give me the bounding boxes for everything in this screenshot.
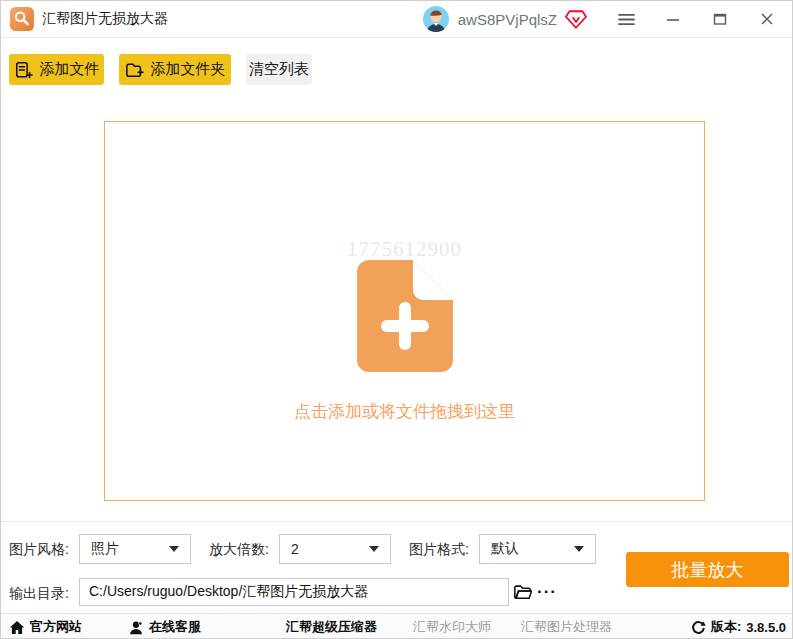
version-label: 版本: — [711, 618, 741, 636]
chevron-down-icon — [574, 546, 584, 552]
official-site-label: 官方网站 — [30, 618, 82, 636]
browse-more-button[interactable]: ··· — [537, 578, 557, 606]
menu-button[interactable] — [609, 4, 643, 34]
scale-select[interactable]: 2 — [279, 534, 391, 564]
output-dir-input[interactable] — [79, 578, 509, 606]
version-area[interactable]: 版本: 3.8.5.0 — [691, 618, 786, 636]
folder-plus-icon — [125, 61, 144, 79]
app-logo-icon — [10, 7, 34, 31]
maximize-button[interactable] — [703, 4, 737, 34]
orange-file-plus-icon — [357, 260, 453, 372]
chevron-down-icon — [369, 546, 379, 552]
drop-hint-text: 点击添加或将文件拖拽到这里 — [294, 400, 515, 423]
username[interactable]: awS8PVjPqlsZ — [458, 11, 557, 28]
scale-label: 放大倍数: — [209, 541, 269, 559]
style-value: 照片 — [91, 540, 119, 558]
user-avatar[interactable] — [423, 6, 449, 32]
app-title: 汇帮图片无损放大器 — [42, 10, 168, 28]
version-value: 3.8.5.0 — [746, 620, 786, 635]
minimize-button[interactable] — [656, 4, 690, 34]
chevron-down-icon — [169, 546, 179, 552]
online-service-label: 在线客服 — [149, 618, 201, 636]
open-folder-icon[interactable] — [513, 583, 532, 601]
format-select[interactable]: 默认 — [479, 534, 596, 564]
close-button[interactable] — [750, 4, 784, 34]
titlebar: 汇帮图片无损放大器 awS8PVjPqlsZ — [1, 1, 793, 38]
clear-list-button[interactable]: 清空列表 — [246, 54, 312, 85]
batch-enlarge-button[interactable]: 批量放大 — [626, 552, 789, 587]
product-link-watermark[interactable]: 汇帮水印大师 — [413, 618, 491, 636]
document-plus-icon — [14, 61, 33, 79]
format-label: 图片格式: — [409, 541, 469, 559]
add-file-button[interactable]: 添加文件 — [9, 54, 104, 85]
panel-divider — [1, 521, 793, 522]
style-select[interactable]: 照片 — [79, 534, 191, 564]
product-link-compressor[interactable]: 汇帮超级压缩器 — [286, 618, 377, 636]
footer: 官方网站 在线客服 汇帮超级压缩器 汇帮水印大师 汇帮图片处理器 版本: 3.8… — [1, 613, 793, 639]
official-site-link[interactable]: 官方网站 — [9, 618, 82, 636]
product-link-processor[interactable]: 汇帮图片处理器 — [521, 618, 612, 636]
watermark-text: 1775612900 — [347, 240, 462, 258]
house-icon — [9, 620, 25, 635]
clear-list-label: 清空列表 — [249, 60, 309, 79]
add-folder-label: 添加文件夹 — [151, 60, 226, 79]
online-service-link[interactable]: 在线客服 — [128, 618, 201, 636]
format-value: 默认 — [491, 540, 519, 558]
titlebar-right: awS8PVjPqlsZ — [423, 4, 784, 34]
scale-value: 2 — [291, 541, 299, 557]
add-folder-button[interactable]: 添加文件夹 — [119, 54, 231, 85]
vip-badge-icon[interactable] — [565, 9, 587, 30]
style-label: 图片风格: — [9, 541, 69, 559]
output-dir-label: 输出目录: — [9, 585, 69, 603]
add-file-label: 添加文件 — [40, 60, 100, 79]
refresh-icon — [691, 620, 706, 635]
file-drop-zone[interactable]: 1775612900 点击添加或将文件拖拽到这里 — [104, 121, 705, 501]
person-icon — [128, 620, 144, 635]
app-window: 汇帮图片无损放大器 awS8PVjPqlsZ — [0, 0, 793, 639]
